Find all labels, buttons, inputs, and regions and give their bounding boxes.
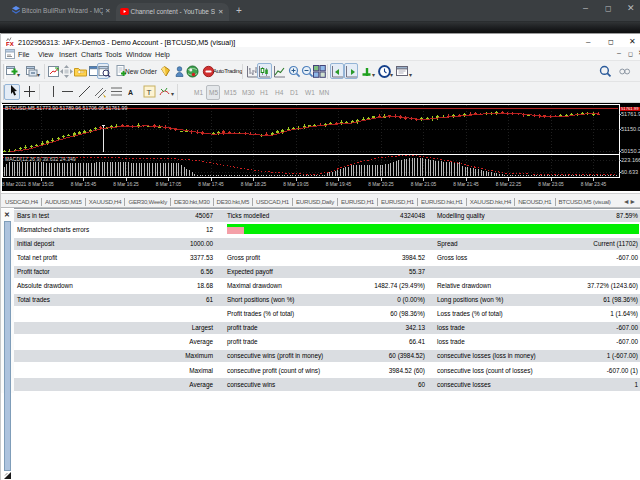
svg-text:8 Mar 17:45: 8 Mar 17:45 — [198, 182, 224, 187]
svg-text:8 Mar 15:05: 8 Mar 15:05 — [28, 182, 54, 187]
svg-text:8 Mar 19:05: 8 Mar 19:05 — [283, 182, 309, 187]
svg-text:60.633: 60.633 — [621, 169, 638, 175]
svg-text:8 Mar 17:05: 8 Mar 17:05 — [156, 182, 182, 187]
svg-text:BTCUSD,M5 51773.90 51789.96 5: BTCUSD,M5 51773.90 51789.96 51706.06 517… — [5, 105, 127, 111]
svg-text:51761.99: 51761.99 — [621, 111, 640, 117]
svg-text:8 Mar 16:25: 8 Mar 16:25 — [113, 182, 139, 187]
svg-text:8 Mar 23:05: 8 Mar 23:05 — [538, 182, 564, 187]
svg-text:T: T — [146, 88, 151, 97]
svg-text:51150.00: 51150.00 — [621, 126, 640, 132]
svg-text:8 Mar 23:45: 8 Mar 23:45 — [581, 182, 607, 187]
svg-text:50150.20: 50150.20 — [621, 148, 640, 154]
svg-text:8 Mar 21:05: 8 Mar 21:05 — [411, 182, 437, 187]
svg-text:8 Mar 21:45: 8 Mar 21:45 — [453, 182, 479, 187]
svg-text:8 Mar 22:25: 8 Mar 22:25 — [496, 182, 522, 187]
svg-text:MACD(12,26,9) 39.632 24.349: MACD(12,26,9) 39.632 24.349 — [5, 156, 76, 162]
svg-text:8 Mar 2021: 8 Mar 2021 — [2, 182, 27, 187]
svg-text:FX: FX — [6, 41, 14, 46]
svg-text:223.166: 223.166 — [621, 157, 640, 163]
svg-text:8 Mar 15:45: 8 Mar 15:45 — [71, 182, 97, 187]
svg-text:8 Mar 18:25: 8 Mar 18:25 — [241, 182, 267, 187]
svg-text:8 Mar 20:25: 8 Mar 20:25 — [368, 182, 394, 187]
svg-text:8 Mar 19:45: 8 Mar 19:45 — [326, 182, 352, 187]
